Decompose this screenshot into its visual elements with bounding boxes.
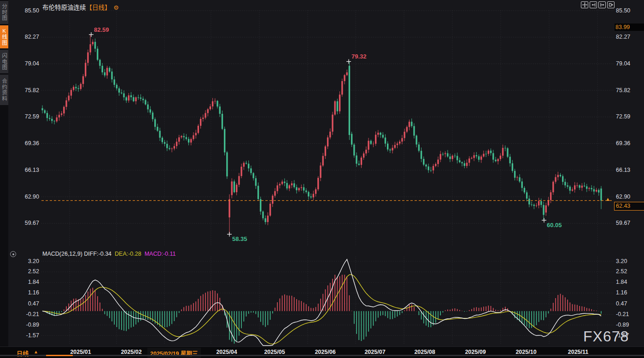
x-axis-month-label: 2025/06: [315, 349, 335, 355]
price-tick-label-right: 85.50: [616, 7, 630, 14]
selected-date-badge: 2025/02/19 星期三: [147, 348, 201, 358]
x-axis-month-label: 2025/07: [364, 349, 385, 355]
price-tick-label-left: 69.36: [18, 140, 39, 147]
macd-tick-label-right: 1.16: [616, 289, 627, 296]
macd-diff-line: [42, 259, 601, 346]
macd-tick-label-right: 3.20: [616, 258, 627, 265]
macd-formula-label: MACD(26,12,9): [42, 251, 82, 257]
chart-toolbar: [581, 1, 615, 8]
price-tick-label-left: 59.67: [18, 220, 39, 227]
sidebar-tab-time-chart[interactable]: 分时图: [0, 1, 8, 24]
price-tick-label-left: 82.27: [18, 34, 39, 41]
instrument-name: 布伦特原油连续: [42, 4, 86, 11]
macd-tick-label-left: 3.20: [18, 258, 39, 265]
price-tick-label-right: 66.13: [616, 167, 630, 174]
price-tick-label-left: 62.90: [18, 194, 39, 200]
extreme-price-annotation: 60.05: [547, 222, 562, 229]
macd-histogram: [42, 275, 601, 344]
extreme-cross-markers: [89, 32, 546, 236]
sidebar-tab-contract-info[interactable]: 合约资料: [0, 75, 8, 105]
macd-tick-label-left: -0.21: [18, 311, 39, 318]
price-tick-label-left: 66.13: [18, 167, 39, 174]
x-axis-month-label: 2025/08: [414, 349, 435, 355]
price-tick-label-right: 59.67: [616, 220, 630, 227]
macd-dea-value: DEA:-0.28: [115, 251, 141, 257]
sidebar-tab-flash-chart[interactable]: 闪电图: [0, 50, 8, 73]
price-tick-label-right: 75.82: [616, 87, 630, 94]
chart-title: 布伦特原油连续【日线】 ⚙: [42, 2, 119, 12]
price-tick-label-right: 82.27: [616, 34, 630, 41]
x-axis-month-label: 2025/05: [264, 349, 285, 355]
trading-app-window: 分时图 K线图 闪电图 合约资料 布伦特原油连续【日线】 ⚙ MACD(26,1…: [0, 0, 644, 358]
macd-dea-line: [42, 275, 601, 344]
bottom-bar: 日线 ▲ 2025/012025/022025/042025/052025/06…: [0, 346, 644, 358]
macd-tick-label-left: -1.57: [18, 332, 39, 339]
macd-tick-label-left: 0.47: [18, 300, 39, 307]
macd-tick-label-left: 1.84: [18, 279, 39, 286]
price-tick-label-right: 69.36: [616, 140, 630, 147]
price-tick-label-right: 72.59: [616, 113, 630, 120]
macd-macd-value: MACD:-0.11: [145, 251, 176, 257]
candlestick-series: [41, 35, 602, 234]
settings-gear-icon[interactable]: ⚙: [113, 4, 119, 11]
macd-tick-label-right: 0.47: [616, 300, 627, 307]
scale-axis-left-icon[interactable]: [590, 1, 597, 8]
x-axis-month-label: 2025/04: [216, 349, 237, 355]
macd-tick-label-left: 1.16: [18, 289, 39, 296]
price-tick-label-right: 62.90: [616, 194, 630, 200]
chart-scrollbar-track[interactable]: [0, 355, 644, 356]
macd-tick-label-right: 2.52: [616, 268, 627, 275]
price-tick-label-left: 72.59: [18, 113, 39, 120]
watermark-logo: FX678: [583, 328, 629, 345]
macd-tick-label-right: 1.84: [616, 279, 627, 286]
x-axis-month-label: 2025/11: [568, 349, 589, 355]
timeframe-label[interactable]: 日线: [17, 349, 29, 358]
macd-diff-value: DIFF:-0.34: [84, 251, 111, 257]
macd-readout: MACD(26,12,9) DIFF:-0.34 DEA:-0.28 MACD:…: [42, 251, 176, 257]
timeframe-dropdown-icon[interactable]: ▲: [34, 349, 38, 354]
extreme-price-annotation: 58.35: [232, 235, 247, 242]
period-tag: 【日线】: [86, 4, 111, 11]
current-price-label: 62.43: [614, 202, 644, 211]
macd-tick-label-right: -0.89: [616, 322, 629, 329]
macd-tick-label-left: -0.89: [18, 322, 39, 329]
price-tick-label-left: 85.50: [18, 7, 39, 14]
chart-canvas[interactable]: [0, 0, 644, 358]
pan-right-icon[interactable]: [607, 1, 615, 8]
x-axis-month-label: 2025/01: [70, 349, 91, 355]
macd-tick-label-right: -0.21: [616, 311, 629, 318]
x-axis-month-label: 2025/02: [121, 349, 141, 355]
macd-collapse-icon[interactable]: [10, 251, 16, 257]
scale-axis-right-icon[interactable]: [598, 1, 606, 8]
current-price-arrow-icon: ▲: [605, 196, 610, 202]
move-chart-icon[interactable]: [581, 1, 588, 8]
extreme-price-annotation: 82.59: [94, 26, 109, 33]
sidebar-tab-kline-chart[interactable]: K线图: [0, 25, 8, 48]
price-tick-label-right: 79.04: [616, 60, 630, 67]
macd-tick-label-left: 2.52: [18, 268, 39, 275]
price-tick-label-left: 75.82: [18, 87, 39, 94]
x-axis-month-label: 2025/09: [465, 349, 486, 355]
chart-scrollbar-thumb[interactable]: [46, 355, 73, 356]
sidebar: 分时图 K线图 闪电图 合约资料: [0, 0, 8, 346]
price-tick-label-left: 79.04: [18, 60, 39, 67]
x-axis-month-label: 2025/10: [515, 349, 536, 355]
extreme-price-annotation: 79.32: [351, 53, 367, 60]
axis-high-price-label: 83.99: [615, 23, 644, 31]
